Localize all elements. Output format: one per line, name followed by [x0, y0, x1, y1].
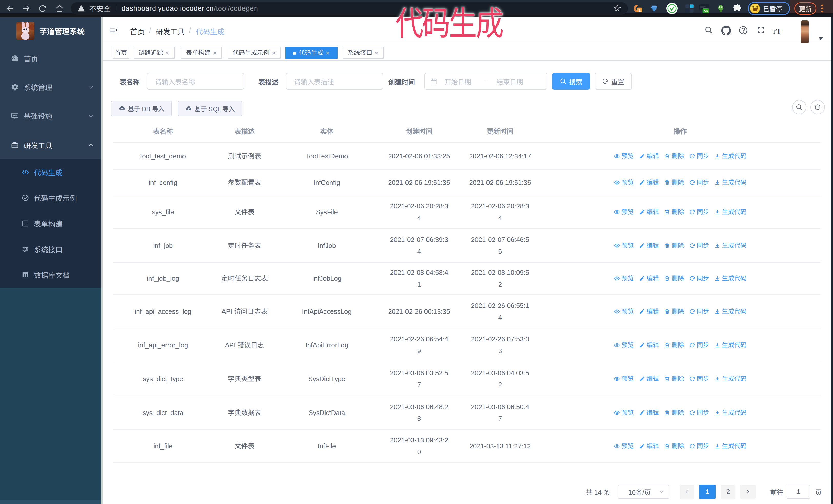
svg-text:T: T [776, 27, 781, 35]
svg-text:1: 1 [639, 8, 641, 12]
svg-text:T: T [772, 29, 776, 34]
svg-text:on: on [704, 9, 708, 13]
